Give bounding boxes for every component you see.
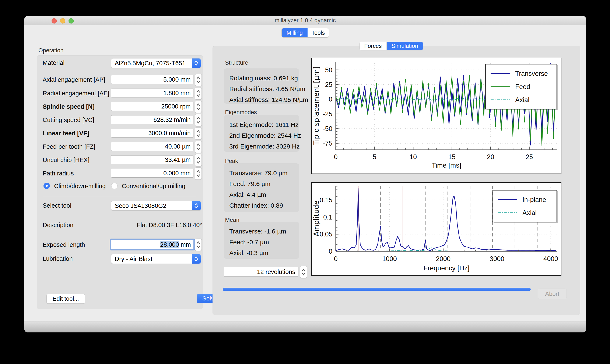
svg-text:Amplitude: Amplitude (312, 200, 321, 236)
exposed-length-selected-text: 28.000 (160, 241, 179, 248)
revolutions-field[interactable]: 12 revolutions (224, 267, 298, 276)
axial-engagement-stepper[interactable] (195, 74, 202, 86)
uncut-chip-label: Uncut chip [HEX] (43, 156, 90, 164)
close-window-button[interactable] (52, 18, 57, 24)
svg-text:15: 15 (448, 153, 455, 161)
view-tab-bar: Forces Simulation (360, 42, 423, 50)
select-tool-value: Seco JS413080G2 (115, 202, 166, 209)
radial-stiffness: Radial stiffness: 4.65 N/µm (224, 83, 299, 94)
path-radius-stepper[interactable] (195, 167, 202, 180)
axial-stiffness: Axial stiffness: 124.95 N/µm (224, 94, 299, 105)
exposed-length-label: Exposed length (43, 241, 85, 248)
peak-feed: Feed: 79.6 µm (224, 178, 299, 189)
svg-text:Transverse: Transverse (515, 70, 548, 77)
minimize-window-button[interactable] (60, 18, 65, 24)
path-radius-label: Path radius (43, 170, 74, 177)
uncut-chip-field[interactable]: 33.41 µm (111, 155, 193, 164)
revolutions-stepper[interactable] (300, 266, 307, 278)
titlebar[interactable]: millalyzer 1.0.4 dynamic (24, 16, 586, 25)
svg-text:Frequency [Hz]: Frequency [Hz] (424, 264, 470, 272)
main-tab-bar: Milling Tools (282, 28, 329, 37)
climb-milling-radio[interactable] (43, 183, 50, 189)
conventional-milling-label: Conventional/up milling (122, 183, 185, 190)
abort-button[interactable]: Abort (538, 288, 567, 299)
svg-text:25: 25 (526, 153, 533, 161)
rotating-mass: Rotating mass: 0.691 kg (224, 73, 299, 83)
spindle-speed-field[interactable]: 25000 rpm (111, 102, 193, 111)
description-label: Description (43, 222, 73, 229)
spindle-speed-stepper[interactable] (195, 101, 202, 113)
peak-axial: Axial: 4.4 µm (224, 189, 299, 200)
linear-feed-field[interactable]: 3000.0 mm/min (111, 129, 193, 138)
lubrication-value: Dry - Air Blast (115, 256, 152, 262)
mean-transverse: Transverse: -1.6 µm (224, 226, 299, 237)
edit-tool-button[interactable]: Edit tool... (46, 294, 85, 304)
svg-text:0.15: 0.15 (320, 196, 332, 204)
feed-per-tooth-field[interactable]: 40.00 µm (111, 142, 193, 151)
tab-simulation[interactable]: Simulation (386, 42, 423, 50)
select-tool-label: Select tool (43, 202, 71, 209)
path-radius-field[interactable]: 0.000 mm (111, 169, 193, 178)
exposed-length-unit: mm (179, 241, 191, 248)
simulation-progress-bar (223, 288, 531, 291)
mean-box: Transverse: -1.6 µm Feed: -0.7 µm Axial:… (224, 222, 299, 259)
zoom-window-button[interactable] (68, 18, 74, 24)
conventional-milling-radio[interactable] (111, 183, 118, 189)
desktop: millalyzer 1.0.4 dynamic Milling Tools O… (0, 0, 610, 364)
svg-text:2000: 2000 (436, 255, 450, 262)
app-window: millalyzer 1.0.4 dynamic Milling Tools O… (24, 16, 586, 332)
exposed-length-focus-ring: 28.000 mm (110, 239, 195, 250)
structure-section-label: Structure (225, 60, 248, 66)
window-bottom-bar (24, 321, 586, 332)
peak-box: Transverse: 79.0 µm Feed: 79.6 µm Axial:… (224, 163, 299, 212)
cutting-speed-label: Cutting speed [VC] (43, 117, 94, 124)
linear-feed-stepper[interactable] (195, 127, 202, 140)
tip-displacement-chart: 0510152025-75-50-2502550Time [ms]Tip dis… (311, 58, 561, 174)
svg-text:Time [ms]: Time [ms] (432, 161, 461, 169)
mean-feed: Feed: -0.7 µm (224, 237, 299, 247)
tab-forces[interactable]: Forces (360, 42, 386, 50)
cutting-speed-stepper[interactable] (195, 114, 202, 126)
eigenmode-3: 3rd Eigenmode: 3029 Hz (224, 141, 299, 152)
svg-text:5: 5 (373, 153, 376, 161)
svg-text:0.1: 0.1 (323, 214, 332, 221)
select-tool-select[interactable]: Seco JS413080G2 (111, 201, 201, 211)
radial-engagement-stepper[interactable] (195, 87, 202, 100)
feed-per-tooth-stepper[interactable] (195, 141, 202, 153)
eigenmodes-box: 1st Eigenmode: 1611 Hz 2nd Eigenmode: 25… (224, 115, 299, 152)
svg-text:-50: -50 (323, 125, 332, 132)
structure-box: Rotating mass: 0.691 kg Radial stiffness… (224, 68, 299, 104)
svg-text:3000: 3000 (490, 255, 504, 262)
radial-engagement-field[interactable]: 1.800 mm (111, 89, 193, 97)
operation-section-label: Operation (38, 47, 64, 54)
svg-text:In-plane: In-plane (522, 196, 546, 203)
svg-text:0.05: 0.05 (320, 231, 332, 238)
svg-text:Tip displacement [µm]: Tip displacement [µm] (312, 66, 321, 145)
axial-engagement-field[interactable]: 5.000 mm (111, 75, 193, 84)
svg-text:20: 20 (487, 153, 494, 161)
frequency-spectrum-chart: 0100020003000400000.050.10.15Frequency [… (311, 182, 561, 276)
svg-text:0: 0 (329, 248, 332, 255)
chevron-updown-icon (192, 201, 201, 210)
eigenmodes-section-label: Eigenmodes (225, 109, 257, 116)
svg-text:-25: -25 (323, 110, 332, 118)
tab-tools[interactable]: Tools (308, 28, 329, 37)
svg-text:0: 0 (329, 96, 332, 103)
tab-milling[interactable]: Milling (282, 28, 308, 37)
material-label: Material (43, 59, 65, 66)
cutting-speed-field[interactable]: 628.32 m/min (111, 115, 193, 124)
exposed-length-field[interactable]: 28.000 mm (111, 240, 193, 249)
exposed-length-stepper[interactable] (195, 239, 202, 251)
material-select[interactable]: AlZn5.5MgCu, 7075-T651 (111, 58, 201, 68)
uncut-chip-stepper[interactable] (195, 154, 202, 166)
mean-axial: Axial: -0.3 µm (224, 247, 299, 258)
description-value: Flat D8.00 3F L16.0 40° (111, 222, 202, 229)
chatter-index: Chatter index: 0.89 (224, 200, 299, 211)
window-title: millalyzer 1.0.4 dynamic (24, 16, 586, 25)
eigenmode-2: 2nd Eigenmode: 2544 Hz (224, 130, 299, 141)
chevron-updown-icon (192, 254, 201, 264)
svg-text:0: 0 (334, 255, 338, 262)
svg-text:1000: 1000 (382, 255, 397, 262)
peak-transverse: Transverse: 79.0 µm (224, 168, 299, 178)
lubrication-select[interactable]: Dry - Air Blast (111, 254, 201, 264)
